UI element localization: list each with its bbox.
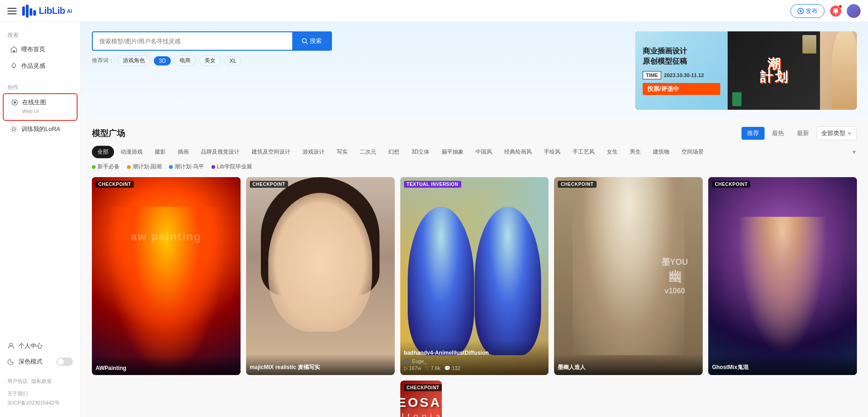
category-tab-craft[interactable]: 手工艺风 bbox=[567, 146, 600, 158]
category-tab-classic[interactable]: 经典绘画风 bbox=[499, 146, 537, 158]
filter-dropdown[interactable]: 全部类型 bbox=[816, 126, 857, 140]
suggestion-beauty[interactable]: 美女 bbox=[199, 55, 221, 66]
sidebar-footer: 用户协议 隐私政策 关于我们 京ICP备2023015442号 bbox=[0, 373, 80, 411]
card-2-title: majicMIX realistic 麦橘写实 bbox=[250, 363, 391, 371]
suggestion-game[interactable]: 游戏角色 bbox=[118, 55, 150, 66]
model-card-1[interactable]: aw painting CHECKPOINT AWPainting bbox=[92, 177, 241, 375]
card-5-title: GhostMix鬼混 bbox=[712, 363, 853, 371]
category-tab-illustration[interactable]: 插画 bbox=[172, 146, 194, 158]
category-tab-realistic[interactable]: 写实 bbox=[331, 146, 353, 158]
category-tab-building[interactable]: 建筑物 bbox=[647, 146, 675, 158]
category-tab-architecture[interactable]: 建筑及空间设计 bbox=[246, 146, 296, 158]
svg-rect-3 bbox=[33, 10, 36, 16]
card-5-overlay: GhostMix鬼混 bbox=[708, 354, 857, 375]
filter-tabs: 推荐 最热 最新 全部类型 bbox=[741, 126, 857, 140]
model-card-5[interactable]: CHECKPOINT GhostMix鬼混 bbox=[708, 177, 857, 375]
sub-tags: 新手必备 潮计划·国潮 潮计划·鸟平 Lib学院毕业展 bbox=[92, 163, 857, 171]
sub-tag-beginner[interactable]: 新手必备 bbox=[92, 163, 120, 171]
sub-tag-national[interactable]: 潮计划·国潮 bbox=[127, 163, 162, 171]
suggestion-3d[interactable]: 3D bbox=[154, 56, 171, 66]
category-tab-3d[interactable]: 3D立体 bbox=[406, 146, 435, 158]
model-card-4[interactable]: 墨YOU 幽 v1060 CHECKPOINT 墨幽人造人 bbox=[554, 177, 703, 375]
sidebar-item-train-lora[interactable]: 训练我的LoRA bbox=[3, 121, 78, 137]
banner-big-text-mid: 計 bbox=[760, 71, 773, 83]
create-section-title: 创作 bbox=[0, 80, 80, 93]
suggestion-ecommerce[interactable]: 电商 bbox=[175, 55, 196, 66]
model-grid-row2: LEOSAM Utopia CHECKPOINT bbox=[92, 381, 857, 417]
banner-action: 投票/评选中 bbox=[643, 83, 720, 95]
sub-tag-lib[interactable]: Lib学院毕业展 bbox=[211, 163, 252, 171]
model-section-title: 模型广场 bbox=[92, 128, 741, 139]
card-4-badge: CHECKPOINT bbox=[558, 181, 596, 188]
category-tab-flat[interactable]: 扁平抽象 bbox=[436, 146, 469, 158]
online-draw-sub: Web UI bbox=[22, 108, 39, 116]
sidebar-item-home[interactable]: 哩布首页 bbox=[3, 41, 78, 58]
svg-rect-8 bbox=[13, 50, 15, 52]
sub-tag-dot-orange bbox=[127, 165, 131, 169]
online-draw-label: 在线生图 bbox=[22, 98, 46, 107]
filter-dropdown-label: 全部类型 bbox=[821, 129, 845, 137]
category-tab-male[interactable]: 男生 bbox=[624, 146, 646, 158]
search-input[interactable] bbox=[93, 33, 292, 49]
category-tab-2d[interactable]: 二次元 bbox=[354, 146, 382, 158]
category-tab-game[interactable]: 游戏设计 bbox=[297, 146, 330, 158]
privacy-link[interactable]: 隐私政策 bbox=[31, 377, 52, 386]
svg-point-14 bbox=[10, 343, 12, 346]
train-lora-label: 训练我的LoRA bbox=[21, 125, 60, 133]
card-4-overlay: 墨幽人造人 bbox=[554, 354, 703, 375]
category-tab-brand[interactable]: 品牌及视觉设计 bbox=[195, 146, 245, 158]
filter-tab-recommend[interactable]: 推荐 bbox=[741, 127, 765, 140]
user-avatar[interactable] bbox=[847, 4, 861, 18]
filter-tab-new[interactable]: 最新 bbox=[791, 127, 814, 140]
sidebar-item-online-draw[interactable]: 在线生图 Web UI bbox=[3, 93, 78, 121]
logo[interactable]: LibLibAI bbox=[22, 5, 72, 18]
circle-icon bbox=[11, 99, 18, 106]
home-icon bbox=[10, 46, 18, 53]
toggle-knob bbox=[57, 358, 64, 365]
header-actions: 发布 bbox=[790, 4, 861, 18]
logo-ai: AI bbox=[67, 8, 72, 14]
svg-point-17 bbox=[404, 358, 410, 364]
category-tab-fantasy[interactable]: 幻想 bbox=[383, 146, 405, 158]
sidebar-item-inspiration[interactable]: 作品灵感 bbox=[3, 58, 78, 74]
chevron-down-icon bbox=[847, 131, 852, 136]
model-card-6[interactable]: LEOSAM Utopia CHECKPOINT bbox=[400, 381, 442, 417]
filter-tab-hot[interactable]: 最热 bbox=[766, 127, 790, 140]
svg-rect-0 bbox=[22, 6, 25, 16]
sub-tag-dot-blue bbox=[169, 165, 173, 169]
category-tab-space[interactable]: 空间场景 bbox=[676, 146, 709, 158]
category-tab-chinese[interactable]: 中国风 bbox=[470, 146, 498, 158]
about-link[interactable]: 关于我们 bbox=[7, 389, 28, 399]
category-tab-hand[interactable]: 手绘风 bbox=[538, 146, 566, 158]
card-1-badge: CHECKPOINT bbox=[96, 181, 134, 188]
placeholder-4 bbox=[554, 381, 703, 417]
icp-text: 京ICP备2023015442号 bbox=[7, 399, 73, 408]
category-expand[interactable]: ▼ bbox=[851, 149, 857, 155]
notification-icon[interactable] bbox=[830, 6, 841, 17]
publish-icon bbox=[797, 8, 804, 14]
sidebar-item-profile[interactable]: 个人中心 bbox=[7, 338, 73, 354]
search-section-title: 搜索 bbox=[0, 28, 80, 41]
model-card-3[interactable]: TEXTUAL INVERSION badhandv4-AnimeIllustD… bbox=[400, 177, 549, 375]
card-6-badge: CHECKPOINT bbox=[404, 384, 442, 391]
category-tab-all[interactable]: 全部 bbox=[92, 146, 114, 158]
category-tab-anime[interactable]: 动漫游戏 bbox=[115, 146, 148, 158]
category-tab-photo[interactable]: 摄影 bbox=[149, 146, 171, 158]
placeholder-5 bbox=[708, 381, 857, 417]
category-tabs: 全部 动漫游戏 摄影 插画 品牌及视觉设计 建筑及空间设计 游戏设计 写实 二次… bbox=[92, 146, 857, 158]
model-card-2[interactable]: CHECKPOINT majicMIX realistic 麦橘写实 bbox=[246, 177, 395, 375]
category-tab-female[interactable]: 女生 bbox=[601, 146, 623, 158]
top-area: 搜索 推荐词： 游戏角色 3D 电商 美女 XL 商业插画设计 bbox=[81, 22, 868, 119]
suggestion-xl[interactable]: XL bbox=[224, 56, 241, 66]
terms-link[interactable]: 用户协议 bbox=[7, 377, 28, 386]
dark-mode-toggle[interactable] bbox=[56, 357, 73, 366]
banner-line1: 商业插画设计 bbox=[643, 46, 720, 56]
search-icon bbox=[301, 38, 308, 44]
search-button[interactable]: 搜索 bbox=[292, 32, 331, 50]
banner[interactable]: 商业插画设计 原创模型征稿 TIME 2023.10.30-11.12 投票/评… bbox=[635, 31, 857, 110]
sub-tag-bird[interactable]: 潮计划·鸟平 bbox=[169, 163, 204, 171]
user-icon bbox=[7, 342, 15, 350]
menu-icon[interactable] bbox=[7, 8, 17, 14]
publish-button[interactable]: 发布 bbox=[790, 4, 825, 18]
svg-point-12 bbox=[14, 101, 16, 104]
